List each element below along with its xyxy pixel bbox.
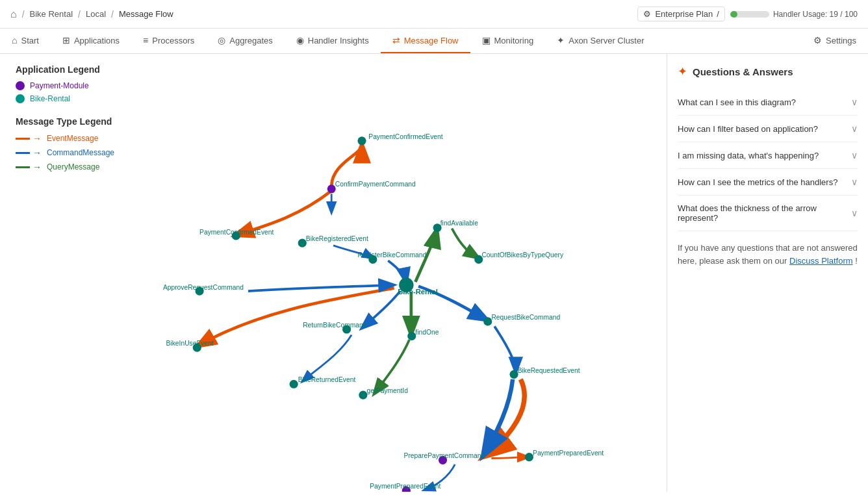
qa-chevron-3: ∨ xyxy=(851,177,858,187)
qa-item-1[interactable]: How can I filter based on application? ∨ xyxy=(678,116,858,142)
qa-chevron-0: ∨ xyxy=(851,97,858,107)
svg-text:findOne: findOne xyxy=(415,329,439,336)
qa-chevron-1: ∨ xyxy=(851,123,858,134)
tab-processors[interactable]: ≡ Processors xyxy=(131,29,206,53)
tab-aggregates-label: Aggregates xyxy=(229,36,273,45)
query-message-label: QueryMessage xyxy=(47,162,99,171)
svg-text:getPaymentId: getPaymentId xyxy=(366,387,408,394)
applications-icon: ⊞ xyxy=(62,35,70,45)
svg-text:PreparePaymentCommand: PreparePaymentCommand xyxy=(404,452,485,459)
qa-question-text-0: What can I see in this diagram? xyxy=(678,97,796,107)
breadcrumb-bike-rental[interactable]: Bike Rental xyxy=(30,9,73,19)
tab-handler-insights-label: Handler Insights xyxy=(308,36,369,45)
usage-bar xyxy=(730,11,769,18)
enterprise-label: Enterprise Plan xyxy=(655,9,713,19)
qa-footer: If you have any questions that are not a… xyxy=(678,242,858,267)
svg-point-17 xyxy=(525,453,533,461)
processors-icon: ≡ xyxy=(143,35,148,45)
tab-settings[interactable]: ⚙ Settings xyxy=(802,29,868,53)
monitoring-icon: ▣ xyxy=(482,35,491,45)
start-icon: ⌂ xyxy=(12,35,17,45)
svg-point-9 xyxy=(483,317,492,325)
home-icon[interactable]: ⌂ xyxy=(10,8,17,20)
legend-item-bike-rental: Bike-Rental xyxy=(16,94,114,103)
tab-applications[interactable]: ⊞ Applications xyxy=(51,29,131,53)
qa-item-2[interactable]: I am missing data, what's happening? ∨ xyxy=(678,142,858,169)
qa-question-2: I am missing data, what's happening? ∨ xyxy=(678,150,858,160)
qa-question-text-3: How can I see the metrics of the handler… xyxy=(678,177,837,187)
svg-point-13 xyxy=(290,380,298,388)
svg-text:BikeReturnedEvent: BikeReturnedEvent xyxy=(298,377,356,384)
svg-text:RegisterBikeCommand: RegisterBikeCommand xyxy=(357,251,426,259)
query-msg-legend: → QueryMessage xyxy=(16,162,114,172)
svg-text:ApproveRequestCommand: ApproveRequestCommand xyxy=(163,284,244,291)
svg-text:PaymentConfirmedEvent: PaymentConfirmedEvent xyxy=(199,229,274,236)
svg-point-0 xyxy=(327,184,336,193)
event-msg-legend: → EventMessage xyxy=(16,133,114,144)
tab-axon-server-cluster[interactable]: ✦ Axon Server Cluster xyxy=(545,29,656,53)
qa-icon: ✦ xyxy=(678,64,687,79)
tab-start-label: Start xyxy=(21,36,38,45)
breadcrumb: ⌂ / Bike Rental / Local / Message Flow xyxy=(10,8,173,20)
message-flow-icon: ⇄ xyxy=(392,35,400,45)
svg-text:PaymentConfirmedEvent: PaymentConfirmedEvent xyxy=(368,133,442,140)
nav-tabs: ⌂ Start ⊞ Applications ≡ Processors ◎ Ag… xyxy=(0,29,868,54)
bike-rental-label: Bike-Rental xyxy=(30,94,70,103)
svg-point-3 xyxy=(298,239,307,247)
qa-footer-end: ! xyxy=(855,256,858,266)
svg-text:ReturnBikeCommand: ReturnBikeCommand xyxy=(303,322,367,329)
svg-text:CountOfBikesByTypeQuery: CountOfBikesByTypeQuery xyxy=(481,251,564,259)
tab-monitoring-label: Monitoring xyxy=(494,36,534,45)
svg-text:PaymentPreparedEvent: PaymentPreparedEvent xyxy=(533,450,604,457)
qa-title: Questions & Answers xyxy=(693,66,793,77)
qa-question-text-1: How can I filter based on application? xyxy=(678,124,818,134)
svg-text:BikeRequestedEvent: BikeRequestedEvent xyxy=(518,367,580,374)
qa-item-3[interactable]: How can I see the metrics of the handler… xyxy=(678,169,858,196)
settings-icon: ⚙ xyxy=(813,35,822,45)
payment-module-dot xyxy=(16,81,25,90)
usage-fill xyxy=(730,11,737,18)
enterprise-badge[interactable]: ⚙ Enterprise Plan / xyxy=(637,6,725,21)
svg-text:BikeRegisteredEvent: BikeRegisteredEvent xyxy=(306,235,368,242)
tab-handler-insights[interactable]: ◉ Handler Insights xyxy=(285,29,381,53)
svg-point-15 xyxy=(359,391,367,400)
svg-point-14 xyxy=(509,370,518,379)
qa-chevron-2: ∨ xyxy=(851,150,858,160)
msg-legend-title: Message Type Legend xyxy=(16,116,114,127)
enterprise-edit-icon[interactable]: / xyxy=(717,9,719,19)
qa-item-4[interactable]: What does the thickness of the arrow rep… xyxy=(678,196,858,231)
tab-monitoring[interactable]: ▣ Monitoring xyxy=(470,29,546,53)
breadcrumb-message-flow: Message Flow xyxy=(119,9,173,19)
qa-header: ✦ Questions & Answers xyxy=(678,64,858,79)
svg-point-1 xyxy=(357,136,366,145)
top-bar-right: ⚙ Enterprise Plan / Handler Usage: 19 / … xyxy=(637,6,858,21)
breadcrumb-local[interactable]: Local xyxy=(86,9,106,19)
event-message-label: EventMessage xyxy=(47,134,98,143)
tab-message-flow[interactable]: ⇄ Message Flow xyxy=(381,29,470,53)
enterprise-icon: ⚙ xyxy=(643,9,651,19)
svg-text:PaymentPreparedEvent: PaymentPreparedEvent xyxy=(370,483,440,490)
flow-area[interactable]: Application Legend Payment-Module Bike-R… xyxy=(0,54,667,492)
discuss-platform-link[interactable]: Discuss Platform xyxy=(789,256,853,266)
tab-aggregates[interactable]: ◎ Aggregates xyxy=(206,29,285,53)
tab-start[interactable]: ⌂ Start xyxy=(0,29,51,53)
top-bar: ⌂ / Bike Rental / Local / Message Flow ⚙… xyxy=(0,0,868,29)
handler-usage: Handler Usage: 19 / 100 xyxy=(730,10,858,19)
tab-processors-label: Processors xyxy=(152,36,194,45)
svg-text:Bike-Rental: Bike-Rental xyxy=(398,288,438,296)
legend-item-payment-module: Payment-Module xyxy=(16,81,114,90)
qa-question-0: What can I see in this diagram? ∨ xyxy=(678,97,858,107)
bike-rental-dot xyxy=(16,94,25,103)
tab-message-flow-label: Message Flow xyxy=(404,36,459,45)
svg-text:ConfirmPaymentCommand: ConfirmPaymentCommand xyxy=(335,181,416,188)
qa-question-3: How can I see the metrics of the handler… xyxy=(678,177,858,187)
svg-text:findAvailable: findAvailable xyxy=(440,220,478,227)
usage-label: Handler Usage: 19 / 100 xyxy=(773,10,858,19)
qa-item-0[interactable]: What can I see in this diagram? ∨ xyxy=(678,89,858,116)
qa-question-text-2: I am missing data, what's happening? xyxy=(678,151,819,160)
right-panel: ✦ Questions & Answers What can I see in … xyxy=(667,54,868,492)
payment-module-label: Payment-Module xyxy=(30,81,89,90)
command-msg-legend: → CommandMessage xyxy=(16,147,114,158)
main-content: Application Legend Payment-Module Bike-R… xyxy=(0,54,868,492)
msg-legend: Message Type Legend → EventMessage → Com… xyxy=(16,116,114,172)
